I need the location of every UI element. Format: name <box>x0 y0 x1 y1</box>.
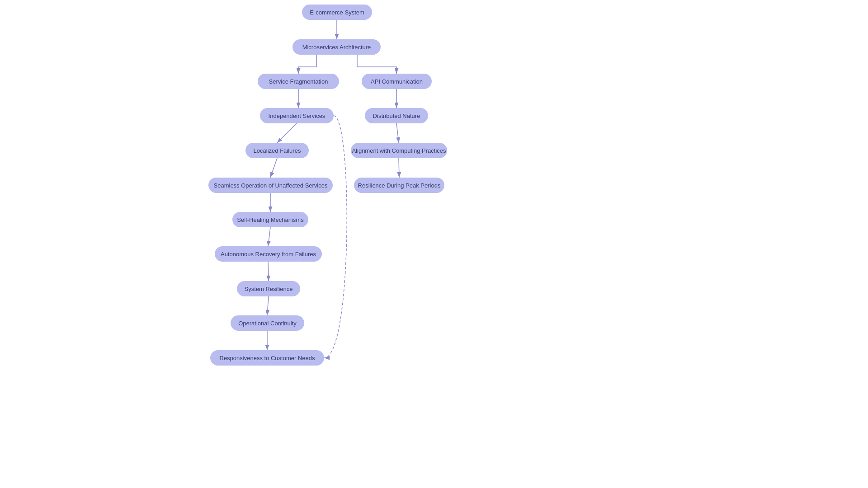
svg-line-5 <box>277 123 297 143</box>
svg-line-6 <box>396 123 399 143</box>
node-microservices: Microservices Architecture <box>292 39 381 55</box>
svg-line-7 <box>270 158 277 178</box>
node-localized-failures: Localized Failures <box>245 143 309 158</box>
svg-line-12 <box>267 296 269 315</box>
svg-line-8 <box>399 158 399 178</box>
node-api-communication: API Communication <box>362 74 432 89</box>
node-self-healing: Self-Healing Mechanisms <box>232 212 308 227</box>
connections-svg <box>0 0 868 488</box>
node-ecommerce: E-commerce System <box>302 5 372 20</box>
node-service-fragmentation: Service Fragmentation <box>258 74 339 89</box>
svg-line-10 <box>268 227 270 246</box>
node-system-resilience: System Resilience <box>237 281 300 296</box>
node-operational-continuity: Operational Continuity <box>231 315 304 331</box>
node-independent-services: Independent Services <box>260 108 334 123</box>
node-responsiveness-customer: Responsiveness to Customer Needs <box>210 350 324 366</box>
node-seamless-operation: Seamless Operation of Unaffected Service… <box>208 178 333 193</box>
node-alignment-computing: Alignment with Computing Practices <box>351 143 447 158</box>
node-autonomous-recovery: Autonomous Recovery from Failures <box>215 246 322 262</box>
diagram-container: E-commerce System Microservices Architec… <box>0 0 868 488</box>
svg-line-11 <box>268 262 269 281</box>
node-distributed-nature: Distributed Nature <box>365 108 428 123</box>
node-resilience-peak: Resilience During Peak Periods <box>354 178 444 193</box>
